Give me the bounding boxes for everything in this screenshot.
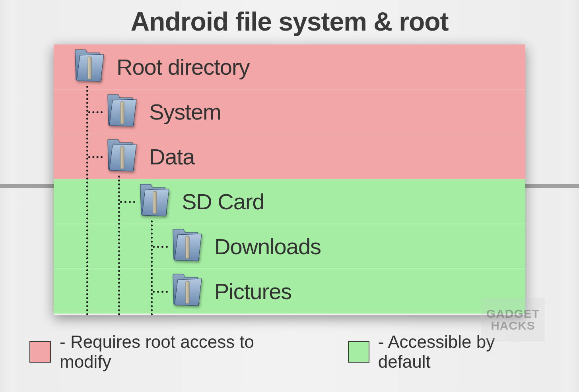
svg-rect-0 <box>88 57 91 79</box>
folder-icon <box>105 94 138 129</box>
legend-swatch-root <box>29 341 51 363</box>
watermark-line2: HACKS <box>491 320 535 332</box>
folder-label: System <box>149 99 221 125</box>
svg-rect-3 <box>153 191 157 214</box>
watermark-badge: GADGET HACKS <box>481 298 545 342</box>
folder-row-pictures: Pictures <box>54 269 525 314</box>
folder-icon <box>72 49 105 85</box>
folder-icon <box>137 183 171 219</box>
folder-icon <box>170 273 203 309</box>
diagram-title: Android file system & root <box>28 0 551 44</box>
filesystem-diagram: Root directory System <box>54 44 525 315</box>
svg-rect-1 <box>120 102 124 124</box>
folder-row-downloads: Downloads <box>54 224 525 269</box>
folder-row-sdcard: SD Card <box>54 179 525 224</box>
svg-rect-2 <box>120 147 124 169</box>
legend: - Requires root access to modify - Acces… <box>28 332 551 372</box>
legend-swatch-user <box>348 341 369 363</box>
folder-label: Root directory <box>117 54 250 80</box>
folder-label: Downloads <box>214 234 321 259</box>
folder-label: SD Card <box>182 189 264 214</box>
svg-rect-4 <box>186 236 189 259</box>
svg-rect-5 <box>186 281 189 303</box>
watermark-line1: GADGET <box>486 308 540 320</box>
legend-label-root: - Requires root access to modify <box>60 332 307 372</box>
folder-icon <box>170 228 203 264</box>
folder-label: Pictures <box>214 278 291 304</box>
folder-icon <box>105 139 138 174</box>
folder-label: Data <box>149 144 194 170</box>
folder-row-root: Root directory <box>54 44 525 89</box>
folder-row-system: System <box>54 89 525 134</box>
folder-row-data: Data <box>54 134 525 179</box>
